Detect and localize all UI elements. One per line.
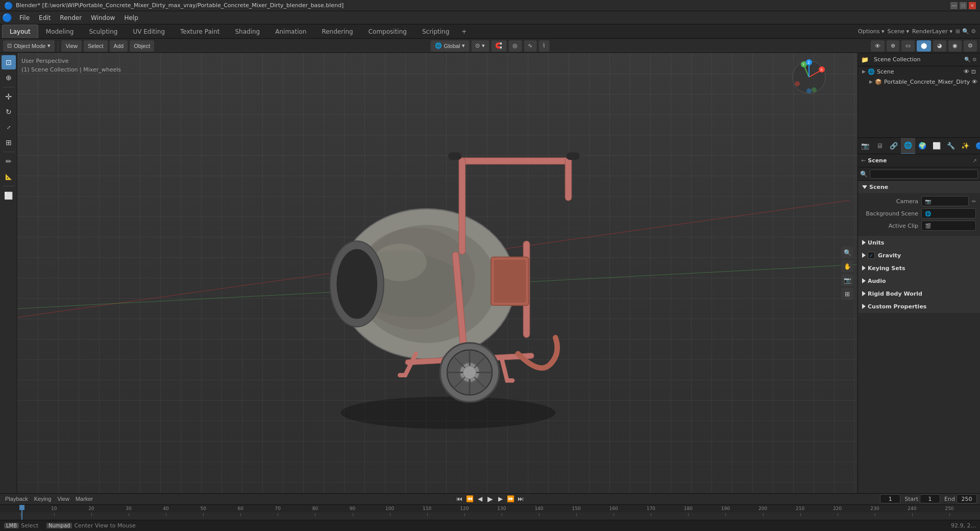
active-clip-value[interactable]: 🎬: [921, 221, 976, 231]
props-search-input[interactable]: [870, 170, 978, 179]
view-menu[interactable]: View: [61, 40, 82, 52]
playhead[interactable]: [21, 505, 22, 520]
prev-keyframe-button[interactable]: ⏪: [465, 495, 474, 503]
playback-menu[interactable]: Playback: [3, 496, 30, 502]
tab-texture-paint[interactable]: Texture Paint: [173, 25, 227, 38]
camera-value[interactable]: 📷: [921, 196, 969, 206]
pivot-point-selector[interactable]: ⊙ ▾: [471, 40, 489, 52]
navigation-gizmo[interactable]: Y X Z: [791, 59, 827, 95]
zoom-in-button[interactable]: 🔍: [841, 247, 853, 259]
mode-selector[interactable]: ⊡ Object Mode ▾: [3, 40, 55, 52]
cursor-tool-button[interactable]: ⊕: [2, 70, 16, 85]
props-icon-physics[interactable]: 🔵: [972, 138, 980, 154]
menu-item-help[interactable]: Help: [120, 13, 142, 22]
title-bar-controls[interactable]: — □ ✕: [950, 2, 976, 9]
scene-eye-icon[interactable]: 👁: [964, 68, 969, 75]
tab-add[interactable]: +: [457, 25, 471, 38]
tab-shading[interactable]: Shading: [227, 25, 267, 38]
menu-item-edit[interactable]: Edit: [35, 13, 55, 22]
item-eye-icon[interactable]: 👁: [972, 79, 977, 85]
end-frame-field[interactable]: 250: [957, 494, 977, 503]
next-frame-button[interactable]: ▶: [496, 495, 504, 503]
gravity-section-header[interactable]: ✓ Gravity: [858, 249, 980, 261]
rotate-tool-button[interactable]: ↻: [2, 105, 16, 119]
outliner-settings-icon[interactable]: ⚙: [972, 57, 977, 62]
extra-button[interactable]: ∿: [524, 40, 536, 52]
viewport[interactable]: User Perspective (1) Scene Collection | …: [17, 53, 857, 493]
renderlayer-selector[interactable]: RenderLayer ▾: [912, 28, 952, 35]
quad-view-button[interactable]: ⊞: [841, 288, 853, 300]
current-frame-display[interactable]: 1: [880, 494, 900, 503]
props-icon-scene[interactable]: 🌐: [901, 138, 915, 154]
menu-item-render[interactable]: Render: [56, 13, 86, 22]
gizmo-toggle[interactable]: ⊕: [887, 40, 899, 52]
timeline-scrubber[interactable]: 1102030405060708090100110120130140150160…: [0, 505, 980, 520]
tab-layout[interactable]: Layout: [2, 25, 38, 38]
scene-select-icon[interactable]: ⊡: [971, 68, 976, 75]
audio-section-header[interactable]: Audio: [858, 275, 980, 287]
gravity-checkbox[interactable]: ✓: [868, 252, 875, 259]
annotate-tool-button[interactable]: ✏: [2, 154, 16, 168]
marker-menu[interactable]: Marker: [74, 496, 95, 502]
move-tool-button[interactable]: ✛: [2, 89, 16, 104]
scale-tool-button[interactable]: ⤢: [2, 120, 16, 134]
prev-frame-button[interactable]: ◀: [476, 495, 484, 503]
jump-start-button[interactable]: ⏮: [455, 495, 463, 503]
snap-button[interactable]: 🧲: [491, 40, 506, 52]
props-icon-modifier[interactable]: 🔧: [944, 138, 958, 154]
outliner-filter-icon[interactable]: 🔍: [964, 57, 970, 62]
keying-menu[interactable]: Keying: [32, 496, 54, 502]
props-icon-object[interactable]: ⬜: [929, 138, 944, 154]
pan-button[interactable]: ✋: [841, 260, 853, 273]
transform-tool-button[interactable]: ⊞: [2, 135, 16, 150]
measure-tool-button[interactable]: 📐: [2, 170, 16, 184]
maximize-button[interactable]: □: [960, 2, 967, 9]
menu-item-window[interactable]: Window: [87, 13, 119, 22]
props-expand-icon[interactable]: ↗: [973, 158, 977, 163]
tab-modeling[interactable]: Modeling: [38, 25, 82, 38]
tab-compositing[interactable]: Compositing: [361, 25, 414, 38]
scene-selector[interactable]: Scene ▾: [888, 28, 910, 35]
select-tool-button[interactable]: ⊡: [2, 55, 16, 69]
props-icon-particles[interactable]: ✨: [958, 138, 972, 154]
menu-item-file[interactable]: File: [15, 13, 34, 22]
add-menu[interactable]: Add: [110, 40, 128, 52]
bg-scene-value[interactable]: 🌐: [921, 208, 976, 219]
tab-scripting[interactable]: Scripting: [414, 25, 457, 38]
units-section-header[interactable]: Units: [858, 236, 980, 249]
overlay-toggle[interactable]: 👁: [871, 40, 885, 52]
camera-view-button[interactable]: 📷: [841, 274, 853, 286]
outliner-item-mixer[interactable]: ▶ 📦 Portable_Concrete_Mixer_Dirty 👁 ⊡ 📷: [865, 77, 980, 87]
rigid-body-world-header[interactable]: Rigid Body World: [858, 287, 980, 300]
next-keyframe-button[interactable]: ⏩: [506, 495, 514, 503]
props-icon-render[interactable]: 📷: [858, 138, 872, 154]
play-button[interactable]: ▶: [486, 495, 494, 503]
shading-rendered[interactable]: ◉: [948, 40, 962, 52]
minimize-button[interactable]: —: [950, 2, 958, 9]
tab-rendering[interactable]: Rendering: [314, 25, 360, 38]
proportional-edit-button[interactable]: ◎: [508, 40, 522, 52]
select-menu[interactable]: Select: [84, 40, 108, 52]
viewport-shading-selector[interactable]: 🌐 Global ▾: [431, 40, 470, 52]
add-primitive-button[interactable]: ⬜: [2, 188, 16, 203]
jump-end-button[interactable]: ⏭: [517, 495, 525, 503]
props-icon-world[interactable]: 🌍: [915, 138, 929, 154]
custom-properties-header[interactable]: Custom Properties: [858, 300, 980, 312]
camera-edit-button[interactable]: ✏: [972, 199, 976, 204]
props-icon-view-layer[interactable]: 🔗: [887, 138, 901, 154]
shading-material[interactable]: ◕: [933, 40, 946, 52]
settings-button[interactable]: ⚙: [964, 40, 977, 52]
start-frame-field[interactable]: 1: [920, 494, 940, 503]
outliner-item-scene[interactable]: ▶ 🌐 Scene 👁 ⊡: [858, 66, 980, 77]
tab-sculpting[interactable]: Sculpting: [81, 25, 125, 38]
extra-button2[interactable]: ⌇: [538, 40, 549, 52]
close-button[interactable]: ✕: [969, 2, 976, 9]
tab-uv-editing[interactable]: UV Editing: [125, 25, 173, 38]
keying-sets-header[interactable]: Keying Sets: [858, 262, 980, 274]
view-menu-tl[interactable]: View: [55, 496, 71, 502]
tab-animation[interactable]: Animation: [267, 25, 314, 38]
scene-section-header[interactable]: Scene: [858, 181, 980, 193]
props-icon-output[interactable]: 🖥: [872, 138, 887, 154]
shading-solid[interactable]: ⬤: [917, 40, 931, 52]
options-label[interactable]: Options ▾: [858, 28, 884, 35]
